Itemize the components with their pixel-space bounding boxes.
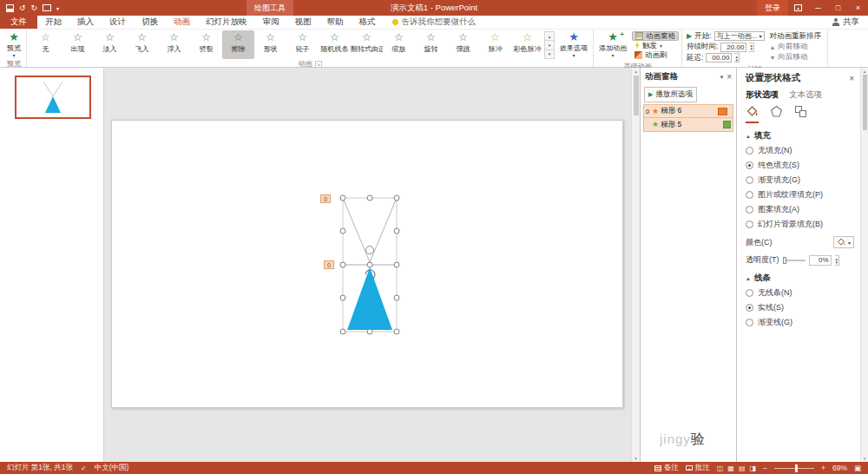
fill-option-no-fill[interactable]: 无填充(N) [746,145,854,156]
minimize-button[interactable]: ─ [808,0,828,16]
radio-icon[interactable] [746,304,753,312]
save-icon[interactable] [6,4,14,12]
comments-button[interactable]: 批注 [686,463,710,473]
effect-options-button[interactable]: ★ 效果选项 ▾ [557,30,590,59]
tab-animations[interactable]: 动画 [166,16,198,29]
effects-icon[interactable] [770,105,783,123]
pane-scrollbar[interactable]: ▴ ▾ [860,68,868,462]
fill-section-header[interactable]: ▲ 填充 [746,130,854,142]
radio-icon[interactable] [746,206,753,214]
zoom-in-button[interactable]: + [821,464,825,472]
fill-option-background[interactable]: 幻灯片背景填充(B) [746,219,854,230]
add-animation-button[interactable]: + ★ 添加动画 ▾ [596,30,629,62]
scroll-up-icon[interactable]: ▴ [864,69,866,74]
undo-icon[interactable]: ↺ [19,4,26,12]
rotate-handle-icon[interactable] [366,247,374,254]
radio-icon[interactable] [746,289,753,297]
duration-input[interactable]: 20.00 [720,43,746,52]
radio-icon[interactable] [746,147,753,155]
tab-design[interactable]: 设计 [102,16,134,29]
view-reading-button[interactable]: ▤ [739,464,746,472]
transparency-value[interactable]: 0% [809,255,832,266]
animation-painter-button[interactable]: 动画刷 [632,50,679,60]
tab-home[interactable]: 开始 [37,16,69,29]
fill-option-picture[interactable]: 图片或纹理填充(P) [746,189,854,201]
delay-spinner[interactable]: ▴▾ [734,53,740,63]
canvas-vertical-scrollbar[interactable]: ▴ ▾ [631,68,640,462]
line-option-solid[interactable]: 实线(S) [746,302,854,313]
animation-list-item[interactable]: ★ 梯形 5 [643,118,733,132]
view-slideshow-button[interactable]: ◨ [749,464,756,472]
radio-icon[interactable] [746,221,753,228]
zoom-slider[interactable] [774,468,814,469]
scrollbar-thumb[interactable] [863,75,867,130]
timeline-bar[interactable] [723,121,731,128]
line-section-header[interactable]: ▲ 线条 [746,273,854,284]
close-pane-icon[interactable]: × [849,74,854,83]
notes-button[interactable]: 备注 [654,463,679,473]
effect-fly-in[interactable]: ☆飞入 [126,30,158,59]
ribbon-display-options-button[interactable]: ▴ [788,0,808,16]
redo-icon[interactable]: ↻ [31,4,38,12]
maximize-button[interactable]: □ [828,0,848,16]
delay-input[interactable]: 00.00 [706,53,732,63]
triangle-shape[interactable] [347,267,392,330]
tab-file[interactable]: 文件 [0,16,37,29]
effect-float-in[interactable]: ☆浮入 [158,30,190,59]
zoom-percent[interactable]: 69% [832,464,847,472]
scroll-up-icon[interactable]: ▴ [635,69,637,74]
effect-split[interactable]: ☆劈裂 [190,30,222,59]
close-button[interactable]: × [848,0,868,16]
tab-view[interactable]: 视图 [287,16,319,29]
transparency-slider[interactable] [783,260,806,261]
scrollbar-thumb[interactable] [634,76,639,115]
fill-line-icon[interactable] [746,105,759,123]
customize-qat-chevron-icon[interactable]: ▾ [56,5,59,11]
radio-icon[interactable] [746,176,753,184]
tab-help[interactable]: 帮助 [319,16,352,29]
line-option-none[interactable]: 无线条(N) [746,287,854,299]
move-later-button[interactable]: ▼ 向后移动 [770,52,822,63]
effect-grow-turn[interactable]: ☆翻转式由远.. [351,30,383,59]
duration-spinner[interactable]: ▴▾ [749,43,754,52]
trigger-button[interactable]: 触发 ▾ [632,41,679,50]
effect-wheel[interactable]: ☆轮子 [286,30,319,59]
fit-to-window-icon[interactable]: ▣ [854,464,861,472]
scroll-down-icon[interactable]: ▾ [864,456,866,461]
effect-bounce[interactable]: ☆弹跳 [447,30,479,59]
tab-shape-options[interactable]: 形状选项 [746,89,779,101]
animation-order-badge[interactable]: 0 [320,194,331,203]
line-option-gradient[interactable]: 渐变线(G) [746,317,854,328]
fill-color-button[interactable]: ▾ [833,236,854,248]
animation-pane-button[interactable]: 动画窗格 [632,31,679,41]
preview-button[interactable]: ★ 预览 ▾ [4,30,23,59]
slide-canvas[interactable]: 0 0 [104,68,631,462]
start-dropdown[interactable]: 与上一动画... ▾ [714,31,765,41]
effect-random-bars[interactable]: ☆随机线条 [319,30,351,59]
selected-shapes-overlay[interactable] [334,189,412,346]
fill-option-pattern[interactable]: 图案填充(A) [746,204,854,215]
language-indicator[interactable]: 中文(中国) [95,463,129,473]
effect-zoom[interactable]: ☆缩放 [383,30,415,59]
transparency-spinner[interactable]: ▴▾ [835,255,840,266]
effect-none[interactable]: ☆无 [30,30,62,59]
chevron-down-icon[interactable]: ▾ [720,74,724,81]
close-pane-icon[interactable]: × [727,72,732,82]
zoom-out-button[interactable]: − [763,464,767,472]
effect-fade[interactable]: ☆淡入 [94,30,126,59]
effect-pulse[interactable]: ☆脉冲 [479,30,511,59]
timeline-bar[interactable] [718,108,727,115]
effect-color-pulse[interactable]: ☆彩色脉冲 [511,30,543,59]
view-normal-button[interactable]: ◫ [717,464,724,472]
radio-icon[interactable] [746,319,753,326]
gallery-more-button[interactable]: ▾ [544,49,555,59]
share-button[interactable]: 共享 [832,16,859,29]
tab-review[interactable]: 审阅 [255,16,287,29]
tab-text-options[interactable]: 文本选项 [789,89,822,101]
scroll-down-icon[interactable]: ▾ [635,456,637,461]
effect-wipe-selected[interactable]: ☆擦除 [222,30,254,59]
sign-in-button[interactable]: 登录 [757,0,788,16]
start-from-beginning-icon[interactable] [43,4,51,11]
slide-thumbnail-1[interactable] [15,76,91,119]
effect-appear[interactable]: ☆出现 [62,30,94,59]
